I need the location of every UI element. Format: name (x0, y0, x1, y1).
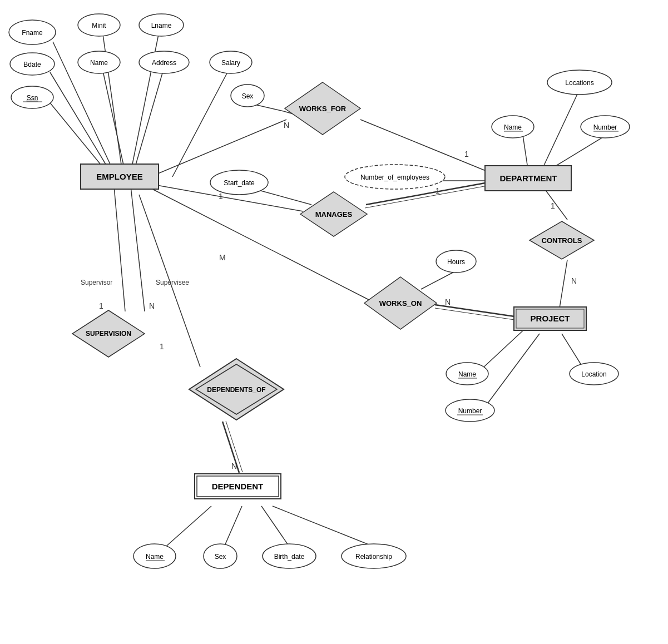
attr-sex-emp-label: Sex (242, 92, 254, 100)
cardinality-n-controls-proj: N (571, 276, 577, 285)
cardinality-1-dependents-of-emp: 1 (160, 342, 164, 351)
er-diagram-container: N 1 1 1 M N 1 N Supervisor 1 Supervisee … (0, 0, 668, 612)
attr-start-date-label: Start_date (224, 179, 255, 187)
label-supervisor: Supervisor (81, 279, 112, 286)
attr-birth-date-label: Birth_date (274, 553, 305, 561)
attr-location-proj-label: Location (581, 370, 606, 378)
cardinality-1-manages-emp: 1 (219, 192, 223, 201)
er-diagram-svg: N 1 1 1 M N 1 N Supervisor 1 Supervisee … (0, 0, 668, 612)
cardinality-n-supervision: N (149, 301, 155, 310)
svg-line-4 (103, 71, 125, 172)
attr-num-employees-label: Number_of_employees (360, 174, 429, 181)
cardinality-1-works-for-dept: 1 (464, 150, 469, 158)
attr-address-label: Address (152, 59, 176, 67)
svg-line-3 (50, 72, 114, 178)
attr-name-dept-label: Name (504, 123, 522, 131)
attr-name-proj-label: Name (458, 370, 476, 378)
cardinality-n-works-for-emp: N (284, 121, 289, 130)
cardinality-1-supervision: 1 (99, 301, 103, 310)
attr-fname-label: Fname (22, 29, 43, 37)
attr-ssn-label: Ssn (27, 94, 38, 102)
svg-line-22 (559, 260, 567, 311)
svg-line-29 (114, 186, 125, 311)
svg-line-35 (222, 506, 242, 551)
cardinality-m-works-on-emp: M (219, 253, 226, 262)
cardinality-1-controls-dept: 1 (551, 201, 555, 210)
cardinality-1-manages-dept: 1 (436, 186, 440, 195)
entity-employee-label: EMPLOYEE (96, 172, 142, 181)
attr-number-dept-label: Number (593, 123, 617, 131)
attr-sex-dep-label: Sex (215, 553, 226, 561)
rel-manages-label: MANAGES (315, 210, 353, 219)
attr-name-dep-label: Name (146, 553, 164, 561)
attr-hours-label: Hours (447, 258, 465, 266)
cardinality-n-dependents-of-dep: N (231, 462, 237, 470)
attr-relationship-label: Relationship (355, 553, 392, 561)
attr-bdate-label: Bdate (23, 61, 41, 68)
rel-works-for-label: WORKS_FOR (299, 105, 347, 113)
entity-department-label: DEPARTMENT (499, 174, 557, 183)
attr-name-emp-label: Name (90, 59, 108, 67)
svg-line-23 (541, 92, 578, 172)
svg-line-10 (150, 120, 286, 177)
cardinality-n-works-on-proj: N (445, 298, 451, 306)
svg-line-20 (421, 271, 456, 289)
rel-controls-label: CONTROLS (542, 236, 582, 245)
attr-salary-label: Salary (221, 59, 240, 67)
label-supervisee: Supervisee (156, 279, 189, 286)
svg-line-6 (172, 71, 228, 177)
entity-project-label: PROJECT (531, 314, 570, 323)
rel-dependents-of-label: DEPENDENTS_OF (207, 386, 265, 394)
attr-minit-label: Minit (92, 22, 106, 29)
attr-locations-label: Locations (565, 79, 593, 87)
attr-lname-label: Lname (151, 22, 172, 29)
svg-line-34 (161, 506, 211, 551)
rel-supervision-label: SUPERVISION (86, 330, 131, 338)
attr-number-proj-label: Number (458, 407, 482, 415)
entity-dependent-label: DEPENDENT (212, 482, 264, 491)
svg-line-18 (435, 305, 526, 318)
svg-line-15 (255, 189, 311, 205)
svg-line-19 (435, 308, 526, 321)
rel-works-on-label: WORKS_ON (379, 299, 422, 308)
